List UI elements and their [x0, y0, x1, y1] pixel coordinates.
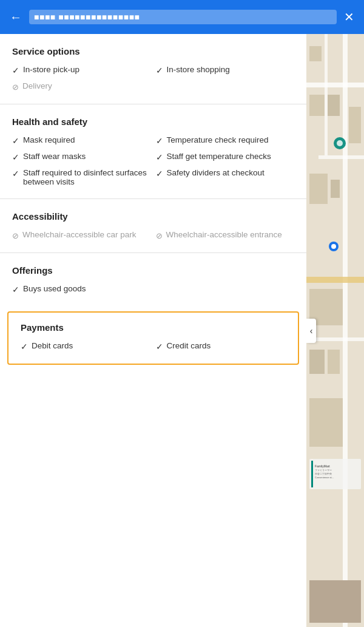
list-item: ✓Staff required to disinfect surfaces be…: [12, 168, 151, 186]
section-title-accessibility: Accessibility: [12, 211, 294, 222]
payments-title: Payments: [21, 322, 286, 333]
check-icon: ✓: [156, 152, 163, 162]
item-label: Buys used goods: [23, 284, 86, 293]
item-label: Staff get temperature checks: [167, 152, 271, 161]
svg-rect-1: [306, 83, 364, 87]
section-service-options: Service options✓In-store pick-up✓In-stor…: [0, 34, 306, 104]
svg-rect-16: [309, 398, 343, 447]
close-button[interactable]: ✕: [344, 10, 354, 24]
svg-rect-10: [309, 174, 328, 204]
item-label: Credit cards: [167, 341, 211, 350]
list-item: ✓Credit cards: [156, 341, 286, 351]
list-item: ✓Staff get temperature checks: [156, 152, 295, 162]
svg-rect-7: [309, 46, 322, 61]
item-label: Wheelchair-accessible car park: [22, 230, 136, 239]
svg-rect-2: [343, 34, 348, 627]
svg-rect-22: [311, 461, 313, 487]
list-item: ⊘Delivery: [12, 81, 151, 92]
svg-point-20: [337, 140, 343, 146]
back-button[interactable]: ←: [10, 10, 22, 24]
section-health-safety: Health and safety✓Mask required✓Temperat…: [0, 104, 306, 199]
svg-rect-9: [328, 95, 340, 116]
svg-text:渋谷二丁目中央: 渋谷二丁目中央: [315, 472, 332, 475]
map-background: ‹: [306, 34, 364, 627]
item-label: In-store pick-up: [23, 65, 79, 74]
list-item: ✓Staff wear masks: [12, 152, 151, 162]
unavailable-icon: ⊘: [12, 231, 19, 240]
section-title-health-safety: Health and safety: [12, 117, 294, 127]
svg-rect-12: [349, 107, 361, 143]
svg-text:FamilyMart: FamilyMart: [315, 464, 330, 468]
map-panel: ‹: [306, 34, 364, 627]
svg-rect-11: [331, 180, 340, 198]
header: ← ■■■■ ■■■■■■■■■■■■■■■ ✕: [0, 0, 364, 34]
check-icon: ✓: [156, 342, 163, 351]
item-label: Delivery: [22, 81, 52, 90]
svg-rect-8: [309, 95, 325, 116]
svg-rect-4: [325, 34, 328, 155]
check-icon: ✓: [156, 66, 163, 75]
svg-rect-28: [309, 580, 361, 623]
list-item: ✓Debit cards: [21, 341, 151, 351]
svg-rect-5: [306, 277, 364, 283]
section-title-offerings: Offerings: [12, 265, 294, 276]
list-item: ✓In-store pick-up: [12, 65, 151, 75]
check-icon: ✓: [156, 169, 163, 178]
payments-section: Payments ✓Debit cards✓Credit cards: [7, 311, 299, 365]
unavailable-icon: ⊘: [156, 231, 163, 240]
section-title-service-options: Service options: [12, 46, 294, 56]
content-panel: Service options✓In-store pick-up✓In-stor…: [0, 34, 306, 627]
check-icon: ✓: [12, 136, 19, 146]
section-offerings: Offerings✓Buys used goods: [0, 253, 306, 307]
item-label: Mask required: [23, 135, 75, 144]
list-item: ⊘Wheelchair-accessible car park: [12, 230, 151, 240]
list-item: ✓Buys used goods: [12, 284, 294, 294]
item-label: Debit cards: [32, 341, 73, 350]
item-label: Staff required to disinfect surfaces bet…: [23, 168, 151, 186]
check-icon: ✓: [12, 169, 19, 178]
item-label: Staff wear masks: [23, 152, 86, 161]
map-collapse-button[interactable]: ‹: [306, 319, 316, 343]
list-item: ⊘Wheelchair-accessible entrance: [156, 230, 295, 240]
check-icon: ✓: [21, 342, 28, 351]
svg-text:Convenience st...: Convenience st...: [315, 476, 334, 479]
list-item: ✓Mask required: [12, 135, 151, 146]
svg-rect-15: [328, 350, 340, 374]
list-item: ✓Safety dividers at checkout: [156, 168, 295, 186]
header-title: ■■■■ ■■■■■■■■■■■■■■■: [29, 10, 337, 24]
item-label: Wheelchair-accessible entrance: [166, 230, 282, 239]
check-icon: ✓: [12, 285, 19, 294]
item-label: Temperature check required: [167, 135, 269, 144]
check-icon: ✓: [12, 152, 19, 162]
check-icon: ✓: [12, 66, 19, 75]
check-icon: ✓: [156, 136, 163, 146]
svg-text:ファミリーマー: ファミリーマー: [315, 469, 332, 472]
list-item: ✓In-store shopping: [156, 65, 295, 75]
item-label: In-store shopping: [167, 65, 230, 74]
section-accessibility: Accessibility⊘Wheelchair-accessible car …: [0, 199, 306, 253]
svg-point-18: [331, 244, 336, 249]
svg-rect-3: [318, 155, 364, 159]
list-item: ✓Temperature check required: [156, 135, 295, 146]
unavailable-icon: ⊘: [12, 83, 19, 92]
chevron-left-icon: ‹: [310, 326, 313, 336]
svg-rect-14: [309, 350, 325, 374]
item-label: Safety dividers at checkout: [167, 168, 265, 177]
